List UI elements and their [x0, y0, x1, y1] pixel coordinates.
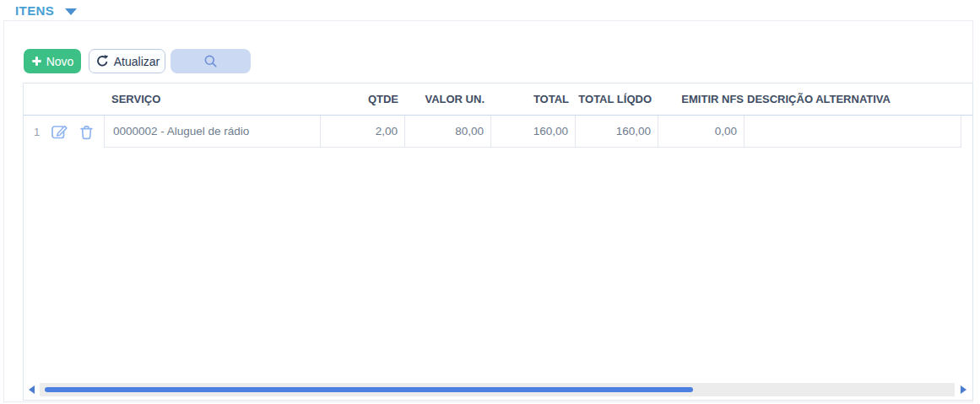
- column-header-emitir-nfs: EMITIR NFS: [658, 93, 744, 105]
- search-field[interactable]: [171, 49, 251, 73]
- refresh-button-label: Atualizar: [114, 55, 160, 68]
- table-row: 1: [24, 116, 972, 148]
- cell-valor-un[interactable]: 80,00: [405, 116, 491, 148]
- itens-panel: Novo Atualizar SERVIÇO: [3, 20, 973, 402]
- row-actions: 1: [24, 116, 104, 148]
- column-header-descricao-alternativa: DESCRIÇÃO ALTERNATIVA: [744, 93, 961, 105]
- scrollbar-track[interactable]: [40, 383, 955, 396]
- scroll-right-icon[interactable]: [957, 385, 969, 394]
- section-header[interactable]: ITENS: [15, 3, 77, 18]
- edit-row-button[interactable]: [50, 122, 68, 141]
- column-header-total: TOTAL: [491, 93, 576, 105]
- cell-qtde[interactable]: 2,00: [321, 116, 405, 148]
- scroll-left-icon[interactable]: [25, 385, 37, 394]
- refresh-icon: [95, 54, 109, 68]
- section-title: ITENS: [15, 3, 54, 18]
- cell-emitir-nfs[interactable]: 0,00: [658, 116, 744, 148]
- cell-descricao-alternativa[interactable]: [744, 116, 961, 148]
- plus-icon: [31, 56, 42, 67]
- items-grid: SERVIÇO QTDE VALOR UN. TOTAL TOTAL LÍQDO…: [23, 83, 973, 401]
- cell-total-liqdo[interactable]: 160,00: [576, 116, 658, 148]
- scrollbar-thumb[interactable]: [45, 387, 693, 392]
- new-button[interactable]: Novo: [24, 49, 81, 73]
- new-button-label: Novo: [46, 55, 74, 68]
- cell-servico[interactable]: 0000002 - Aluguel de rádio: [104, 116, 321, 148]
- cell-total[interactable]: 160,00: [491, 116, 576, 148]
- trash-icon: [78, 123, 95, 141]
- column-header-total-liqdo: TOTAL LÍQDO: [576, 93, 658, 105]
- search-icon: [203, 53, 219, 69]
- column-header-servico: SERVIÇO: [104, 93, 321, 105]
- delete-row-button[interactable]: [78, 123, 95, 141]
- horizontal-scrollbar[interactable]: [25, 382, 969, 397]
- grid-header-row: SERVIÇO QTDE VALOR UN. TOTAL TOTAL LÍQDO…: [24, 83, 972, 116]
- row-number: 1: [34, 126, 41, 138]
- edit-icon: [50, 122, 68, 141]
- column-header-qtde: QTDE: [321, 93, 405, 105]
- refresh-button[interactable]: Atualizar: [89, 49, 165, 73]
- itens-section-screen: ITENS Novo Atualizar: [0, 0, 980, 404]
- column-header-valor-un: VALOR UN.: [405, 93, 491, 105]
- collapse-caret-icon[interactable]: [65, 8, 77, 15]
